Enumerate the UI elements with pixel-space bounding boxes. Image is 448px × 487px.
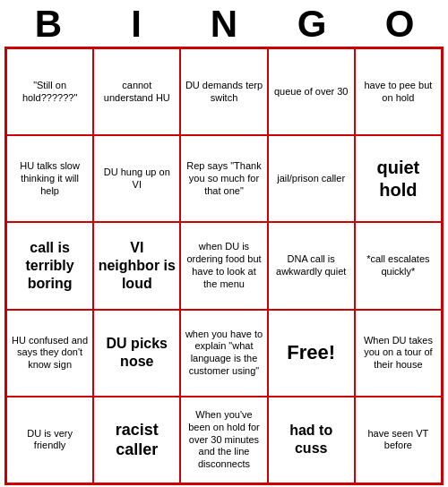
bingo-letter-o: O [359, 5, 440, 43]
bingo-cell-21: racist caller [93, 397, 180, 483]
bingo-cell-16: DU picks nose [93, 310, 180, 397]
bingo-cell-11: VI neighbor is loud [93, 222, 180, 309]
bingo-cell-15: HU confused and says they don't know sig… [6, 310, 93, 397]
bingo-cell-13: DNA call is awkwardly quiet [268, 222, 355, 309]
bingo-letter-g: G [271, 5, 352, 43]
bingo-cell-5: HU talks slow thinking it will help [6, 135, 93, 222]
bingo-header: BINGO [4, 0, 444, 47]
bingo-cell-8: jail/prison caller [268, 135, 355, 222]
bingo-cell-4: have to pee but on hold [355, 48, 442, 135]
bingo-cell-14: *call escalates quickly* [355, 222, 442, 309]
bingo-cell-24: have seen VT before [355, 397, 442, 483]
bingo-cell-10: call is terribly boring [6, 222, 93, 309]
bingo-cell-18: Free! [268, 310, 355, 397]
bingo-cell-7: Rep says "Thank you so much for that one… [180, 135, 267, 222]
bingo-cell-1: cannot understand HU [93, 48, 180, 135]
bingo-cell-0: "Still on hold??????" [6, 48, 93, 135]
bingo-cell-20: DU is very friendly [6, 397, 93, 483]
bingo-cell-2: DU demands terp switch [180, 48, 267, 135]
bingo-cell-12: when DU is ordering food but have to loo… [180, 222, 267, 309]
bingo-grid: "Still on hold??????"cannot understand H… [4, 47, 444, 485]
bingo-letter-n: N [184, 5, 264, 43]
bingo-cell-19: When DU takes you on a tour of their hou… [355, 310, 442, 397]
bingo-letter-i: I [96, 5, 177, 43]
bingo-cell-23: had to cuss [268, 397, 355, 483]
bingo-cell-6: DU hung up on VI [93, 135, 180, 222]
bingo-cell-9: quiet hold [355, 135, 442, 222]
bingo-letter-b: B [8, 5, 89, 43]
bingo-cell-22: When you've been on hold for over 30 min… [180, 397, 267, 483]
bingo-cell-17: when you have to explain "what language … [180, 310, 267, 397]
bingo-cell-3: queue of over 30 [268, 48, 355, 135]
